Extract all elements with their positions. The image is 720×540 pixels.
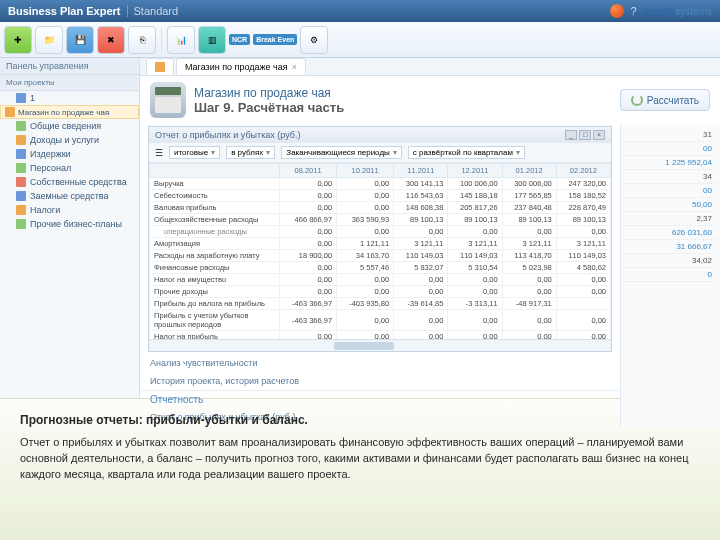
filter-select-4[interactable]: с развёрткой по кварталам▾ bbox=[408, 146, 525, 159]
close-icon[interactable]: × bbox=[593, 130, 605, 140]
filter-select-3[interactable]: Заканчивающиеся периоды▾ bbox=[281, 146, 402, 159]
table-row: Прибыль с учетом убытков прошлых периодо… bbox=[150, 310, 611, 331]
doc-icon bbox=[16, 121, 26, 131]
table-row: Выручка0,000,00300 141,13100 006,00300 0… bbox=[150, 178, 611, 190]
sidebar-item[interactable]: Собственные средства bbox=[0, 175, 139, 189]
report-title-bar: Отчет о прибылях и убытках (руб.) _ □ × bbox=[149, 127, 611, 143]
brand-logo: expert expert systemssystems bbox=[643, 6, 712, 17]
stat-value: 31 666,67 bbox=[625, 240, 716, 254]
project-title: Магазин по продаже чая bbox=[194, 86, 344, 100]
stat-value: 34,02 bbox=[625, 254, 716, 268]
gear-icon bbox=[631, 94, 643, 106]
loan-icon bbox=[16, 191, 26, 201]
report-table: 08.201110.201111.201112.201101.201202.20… bbox=[149, 163, 611, 339]
settings-button[interactable]: ⚙ bbox=[300, 26, 328, 54]
open-button[interactable]: 📁 bbox=[35, 26, 63, 54]
horizontal-scrollbar[interactable] bbox=[149, 339, 611, 351]
tab-home[interactable] bbox=[146, 58, 174, 75]
main-toolbar: ✚ 📁 💾 ✖ ⎘ 📊 ▥ NCR Break Even ⚙ bbox=[0, 22, 720, 58]
stat-value: 31 bbox=[625, 128, 716, 142]
tab-project[interactable]: Магазин по продаже чая× bbox=[176, 58, 306, 75]
help-icon[interactable]: ? bbox=[630, 5, 636, 17]
sidebar-section: Мои проекты bbox=[0, 75, 139, 91]
edition-label: Standard bbox=[127, 5, 179, 17]
stat-value: 50,00 bbox=[625, 198, 716, 212]
table-row: Финансовые расходы0,005 557,465 832,075 … bbox=[150, 262, 611, 274]
breakeven-badge[interactable]: Break Even bbox=[253, 34, 297, 45]
folder-icon bbox=[16, 93, 26, 103]
report-button[interactable]: ▥ bbox=[198, 26, 226, 54]
save-button[interactable]: 💾 bbox=[66, 26, 94, 54]
maximize-icon[interactable]: □ bbox=[579, 130, 591, 140]
report-filter-bar: ☰ итоговые▾ в рублях▾ Заканчивающиеся пе… bbox=[149, 143, 611, 163]
table-row: Общехозяйственные расходы466 866,97363 5… bbox=[150, 214, 611, 226]
table-row: Расходы на заработную плату18 900,0034 1… bbox=[150, 250, 611, 262]
project-icon bbox=[5, 107, 15, 117]
section-reports: Отчетность bbox=[140, 390, 620, 408]
sidebar-item[interactable]: Доходы и услуги bbox=[0, 133, 139, 147]
col-header: 02.2012 bbox=[556, 164, 610, 178]
chevron-down-icon: ▾ bbox=[393, 148, 397, 157]
stat-value: 0 bbox=[625, 268, 716, 282]
sidebar-header: Панель управления bbox=[0, 58, 139, 75]
sidebar-item[interactable]: Налоги bbox=[0, 203, 139, 217]
ncr-badge[interactable]: NCR bbox=[229, 34, 250, 45]
chevron-down-icon: ▾ bbox=[211, 148, 215, 157]
stat-value: 626 031,60 bbox=[625, 226, 716, 240]
table-row: Налог на прибыль0,000,000,000,000,000,00 bbox=[150, 331, 611, 340]
new-button[interactable]: ✚ bbox=[4, 26, 32, 54]
col-header: 10.2011 bbox=[337, 164, 394, 178]
product-name: Business Plan Expert bbox=[8, 5, 121, 17]
globe-icon[interactable] bbox=[610, 4, 624, 18]
table-row: Амортизация0,001 121,113 121,113 121,113… bbox=[150, 238, 611, 250]
title-bar: Business Plan Expert Standard ? expert e… bbox=[0, 0, 720, 22]
sidebar-item[interactable]: Издержки bbox=[0, 147, 139, 161]
filter-icon[interactable]: ☰ bbox=[155, 148, 163, 158]
stat-value: 1 225 952,04 bbox=[625, 156, 716, 170]
minimize-icon[interactable]: _ bbox=[565, 130, 577, 140]
table-row: Прибыль до налога на прибыль-463 366,97-… bbox=[150, 298, 611, 310]
copy-button[interactable]: ⎘ bbox=[128, 26, 156, 54]
step-header: Магазин по продаже чая Шаг 9. Расчётная … bbox=[140, 76, 720, 124]
stat-value: 2,37 bbox=[625, 212, 716, 226]
table-row: Налог на имущество0,000,000,000,000,000,… bbox=[150, 274, 611, 286]
staff-icon bbox=[16, 163, 26, 173]
table-row: Валовая прибыль0,000,00148 608,38205 817… bbox=[150, 202, 611, 214]
chevron-down-icon: ▾ bbox=[266, 148, 270, 157]
sidebar-item[interactable]: Заемные средства bbox=[0, 189, 139, 203]
income-icon bbox=[16, 135, 26, 145]
callout-body: Отчет о прибылях и убытках позволит вам … bbox=[20, 435, 700, 483]
calculator-icon bbox=[150, 82, 186, 118]
table-row: Себестоимость0,000,00116 543,63145 188,1… bbox=[150, 190, 611, 202]
home-icon bbox=[155, 62, 165, 72]
chevron-down-icon: ▾ bbox=[516, 148, 520, 157]
stat-value: 00 bbox=[625, 142, 716, 156]
chart-button[interactable]: 📊 bbox=[167, 26, 195, 54]
stat-value: 34 bbox=[625, 170, 716, 184]
equity-icon bbox=[16, 177, 26, 187]
cost-icon bbox=[16, 149, 26, 159]
delete-button[interactable]: ✖ bbox=[97, 26, 125, 54]
sidebar-item[interactable]: Общие сведения bbox=[0, 119, 139, 133]
link-sensitivity[interactable]: Анализ чувствительности bbox=[140, 354, 620, 372]
sidebar: Панель управления Мои проекты 1 Магазин … bbox=[0, 58, 140, 398]
close-icon[interactable]: × bbox=[292, 62, 297, 72]
stat-value: 00 bbox=[625, 184, 716, 198]
other-icon bbox=[16, 219, 26, 229]
sidebar-item-project[interactable]: Магазин по продаже чая bbox=[0, 105, 139, 119]
link-history[interactable]: История проекта, история расчетов bbox=[140, 372, 620, 390]
table-row: Прочие доходы0,000,000,000,000,000,00 bbox=[150, 286, 611, 298]
table-row: операционные расходы0,000,000,000,000,00… bbox=[150, 226, 611, 238]
sidebar-item[interactable]: Прочие бизнес-планы bbox=[0, 217, 139, 231]
report-panel: Отчет о прибылях и убытках (руб.) _ □ × … bbox=[148, 126, 612, 352]
filter-select-2[interactable]: в рублях▾ bbox=[226, 146, 275, 159]
tab-bar: Магазин по продаже чая× bbox=[140, 58, 720, 76]
filter-select-1[interactable]: итоговые▾ bbox=[169, 146, 220, 159]
main-area: Магазин по продаже чая× Магазин по прода… bbox=[140, 58, 720, 398]
recalculate-button[interactable]: Рассчитать bbox=[620, 89, 710, 111]
sidebar-item[interactable]: Персонал bbox=[0, 161, 139, 175]
col-header: 01.2012 bbox=[502, 164, 556, 178]
sidebar-item[interactable]: 1 bbox=[0, 91, 139, 105]
step-title: Шаг 9. Расчётная часть bbox=[194, 100, 344, 115]
tax-icon bbox=[16, 205, 26, 215]
